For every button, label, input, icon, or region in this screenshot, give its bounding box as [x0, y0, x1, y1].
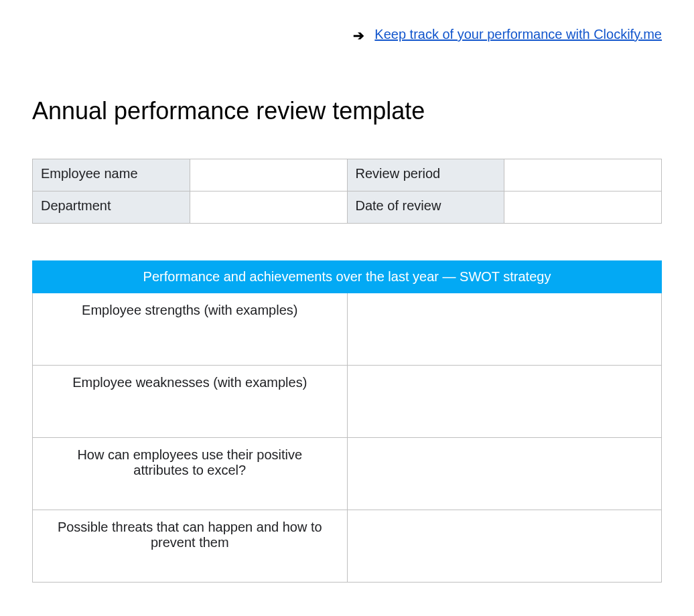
swot-label-weaknesses: Employee weaknesses (with examples)	[33, 365, 348, 437]
info-value-review-period[interactable]	[504, 159, 662, 191]
swot-answer-threats[interactable]	[347, 510, 662, 582]
swot-header: Performance and achievements over the la…	[33, 260, 662, 293]
arrow-right-icon: ➔	[353, 27, 364, 44]
clockify-link[interactable]: Keep track of your performance with Cloc…	[374, 27, 662, 42]
swot-label-threats: Possible threats that can happen and how…	[33, 510, 348, 582]
info-value-department[interactable]	[190, 191, 347, 223]
info-value-date-of-review[interactable]	[504, 191, 662, 223]
table-row: Department Date of review	[33, 191, 662, 223]
table-row: Performance and achievements over the la…	[33, 260, 662, 293]
top-link-row: ➔ Keep track of your performance with Cl…	[32, 13, 662, 50]
table-row: Employee name Review period	[33, 159, 662, 191]
swot-label-opportunities: How can employees use their positive att…	[33, 437, 348, 510]
employee-info-table: Employee name Review period Department D…	[32, 159, 662, 224]
table-row: Employee weaknesses (with examples)	[33, 365, 662, 437]
table-row: Possible threats that can happen and how…	[33, 510, 662, 582]
info-label-date-of-review: Date of review	[347, 191, 504, 223]
info-label-employee-name: Employee name	[33, 159, 190, 191]
page-title: Annual performance review template	[32, 97, 662, 125]
info-value-employee-name[interactable]	[190, 159, 347, 191]
document-page: ➔ Keep track of your performance with Cl…	[0, 0, 694, 609]
swot-label-strengths: Employee strengths (with examples)	[33, 293, 348, 365]
swot-answer-opportunities[interactable]	[347, 437, 662, 510]
info-label-department: Department	[33, 191, 190, 223]
table-row: How can employees use their positive att…	[33, 437, 662, 510]
swot-answer-strengths[interactable]	[347, 293, 662, 365]
swot-answer-weaknesses[interactable]	[347, 365, 662, 437]
table-row: Employee strengths (with examples)	[33, 293, 662, 365]
info-label-review-period: Review period	[347, 159, 504, 191]
swot-table: Performance and achievements over the la…	[32, 260, 662, 583]
